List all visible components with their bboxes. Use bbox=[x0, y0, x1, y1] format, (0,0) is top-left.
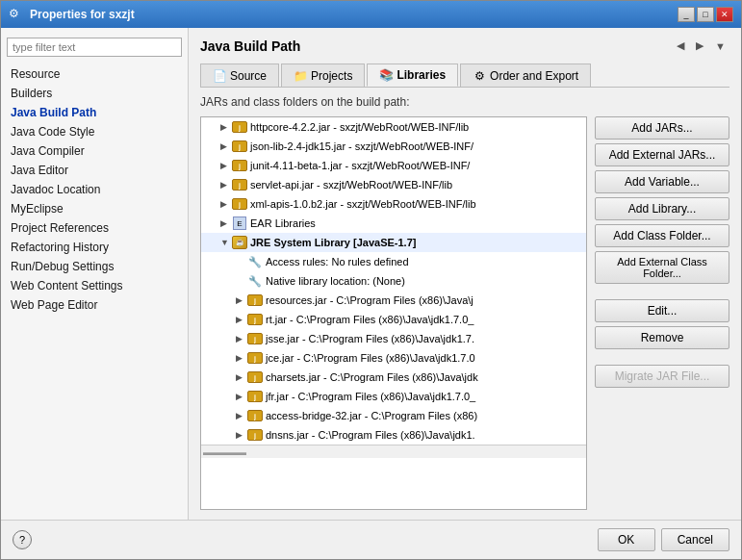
list-item[interactable]: ▶ j junit-4.11-beta-1.jar - sxzjt/WebRoo… bbox=[201, 156, 586, 175]
list-panel-area: ▶ j httpcore-4.2.2.jar - sxzjt/WebRoot/W… bbox=[200, 116, 729, 510]
menu-button[interactable]: ▼ bbox=[711, 38, 729, 54]
add-external-class-folder-button[interactable]: Add External Class Folder... bbox=[595, 251, 729, 284]
list-item[interactable]: ▶ j servlet-api.jar - sxzjt/WebRoot/WEB-… bbox=[201, 175, 586, 194]
list-item[interactable]: 🔧 Access rules: No rules defined bbox=[201, 252, 586, 271]
jar-icon: j bbox=[232, 177, 247, 192]
tab-order-export[interactable]: ⚙ Order and Export bbox=[460, 64, 591, 87]
list-item-jre[interactable]: ▼ ☕ JRE System Library [JavaSE-1.7] bbox=[201, 233, 586, 252]
sidebar-item-java-compiler[interactable]: Java Compiler bbox=[1, 141, 188, 161]
expand-arrow: ▶ bbox=[236, 334, 247, 344]
expand-arrow: ▶ bbox=[236, 295, 247, 305]
jar-icon: j bbox=[232, 196, 247, 212]
sidebar-item-builders[interactable]: Builders bbox=[1, 84, 188, 103]
sidebar-item-java-editor[interactable]: Java Editor bbox=[1, 161, 188, 180]
tabs-bar: 📄 Source 📁 Projects 📚 Libraries ⚙ Order … bbox=[200, 64, 729, 88]
tab-libraries[interactable]: 📚 Libraries bbox=[367, 64, 458, 87]
cancel-button[interactable]: Cancel bbox=[661, 528, 729, 551]
expand-arrow: ▶ bbox=[236, 353, 247, 363]
list-item[interactable]: ▶ j json-lib-2.4-jdk15.jar - sxzjt/WebRo… bbox=[201, 137, 586, 156]
item-label: Native library location: (None) bbox=[266, 275, 405, 287]
ok-button[interactable]: OK bbox=[598, 528, 655, 551]
item-label: charsets.jar - C:\Program Files (x86)\Ja… bbox=[266, 371, 478, 383]
maximize-button[interactable]: □ bbox=[697, 7, 714, 22]
libraries-tab-icon: 📚 bbox=[379, 68, 393, 82]
item-label: rt.jar - C:\Program Files (x86)\Java\jdk… bbox=[266, 314, 473, 325]
list-item[interactable]: ▶ j xml-apis-1.0.b2.jar - sxzjt/WebRoot/… bbox=[201, 194, 586, 214]
sidebar-item-web-page-editor[interactable]: Web Page Editor bbox=[1, 295, 188, 315]
title-bar: ⚙ Properties for sxzjt _ □ ✕ bbox=[1, 1, 741, 28]
sidebar-item-myeclipse[interactable]: MyEclipse bbox=[1, 199, 188, 218]
title-bar-left: ⚙ Properties for sxzjt bbox=[9, 7, 135, 22]
panel-title-row: Java Build Path ◀ ▶ ▼ bbox=[200, 38, 729, 54]
jar-icon: j bbox=[232, 119, 247, 135]
sidebar-item-web-content-settings[interactable]: Web Content Settings bbox=[1, 276, 188, 295]
jar-icon: j bbox=[247, 350, 263, 366]
add-jars-button[interactable]: Add JARs... bbox=[595, 116, 729, 140]
expand-arrow: ▶ bbox=[220, 218, 232, 228]
list-item[interactable]: ▶ E EAR Libraries bbox=[201, 214, 586, 233]
libraries-list[interactable]: ▶ j httpcore-4.2.2.jar - sxzjt/WebRoot/W… bbox=[200, 116, 587, 510]
help-button[interactable]: ? bbox=[13, 530, 32, 549]
add-library-button[interactable]: Add Library... bbox=[595, 197, 729, 220]
list-item[interactable]: ▶ j access-bridge-32.jar - C:\Program Fi… bbox=[201, 406, 586, 425]
list-item[interactable]: ▶ j dnsns.jar - C:\Program Files (x86)\J… bbox=[201, 425, 586, 445]
add-external-jars-button[interactable]: Add External JARs... bbox=[595, 143, 729, 166]
tab-source[interactable]: 📄 Source bbox=[200, 64, 279, 87]
title-bar-buttons: _ □ ✕ bbox=[678, 7, 733, 22]
list-item[interactable]: ▶ j jsse.jar - C:\Program Files (x86)\Ja… bbox=[201, 329, 586, 348]
expand-arrow: ▼ bbox=[220, 238, 232, 247]
expand-arrow: ▶ bbox=[220, 199, 232, 209]
item-label: json-lib-2.4-jdk15.jar - sxzjt/WebRoot/W… bbox=[250, 140, 473, 152]
forward-button[interactable]: ▶ bbox=[692, 38, 707, 54]
sidebar-item-java-code-style[interactable]: Java Code Style bbox=[1, 122, 188, 141]
list-item[interactable]: ▶ j jfr.jar - C:\Program Files (x86)\Jav… bbox=[201, 387, 586, 406]
item-label: dnsns.jar - C:\Program Files (x86)\Java\… bbox=[266, 429, 475, 441]
tab-projects-label: Projects bbox=[311, 69, 352, 83]
add-class-folder-button[interactable]: Add Class Folder... bbox=[595, 224, 729, 247]
sidebar-item-resource[interactable]: Resource bbox=[1, 64, 188, 84]
item-label: httpcore-4.2.2.jar - sxzjt/WebRoot/WEB-I… bbox=[250, 121, 469, 133]
item-label: jsse.jar - C:\Program Files (x86)\Java\j… bbox=[266, 333, 474, 344]
expand-arrow: ▶ bbox=[220, 161, 232, 170]
minimize-button[interactable]: _ bbox=[678, 7, 695, 22]
expand-arrow bbox=[236, 257, 247, 267]
item-label: JRE System Library [JavaSE-1.7] bbox=[250, 237, 416, 248]
list-item[interactable]: ▶ j rt.jar - C:\Program Files (x86)\Java… bbox=[201, 310, 586, 329]
projects-tab-icon: 📁 bbox=[294, 69, 307, 83]
scrollbar-track: ▬▬▬▬▬ bbox=[203, 447, 246, 457]
item-label: resources.jar - C:\Program Files (x86)\J… bbox=[266, 294, 473, 306]
bottom-bar: ? OK Cancel bbox=[1, 520, 741, 559]
ear-icon: E bbox=[232, 216, 247, 231]
migrate-jar-file-button[interactable]: Migrate JAR File... bbox=[595, 365, 729, 388]
list-item[interactable]: 🔧 Native library location: (None) bbox=[201, 271, 586, 291]
expand-arrow bbox=[236, 276, 247, 286]
close-button[interactable]: ✕ bbox=[716, 7, 733, 22]
item-label: jce.jar - C:\Program Files (x86)\Java\jd… bbox=[266, 352, 475, 364]
list-item[interactable]: ▶ j jce.jar - C:\Program Files (x86)\Jav… bbox=[201, 348, 586, 368]
back-button[interactable]: ◀ bbox=[673, 38, 688, 54]
bottom-buttons: OK Cancel bbox=[598, 528, 729, 551]
edit-button[interactable]: Edit... bbox=[595, 299, 729, 322]
sidebar-item-java-build-path[interactable]: Java Build Path bbox=[1, 103, 188, 122]
jre-icon: ☕ bbox=[232, 235, 247, 250]
remove-button[interactable]: Remove bbox=[595, 326, 729, 349]
horizontal-scrollbar[interactable]: ▬▬▬▬▬ bbox=[201, 445, 586, 458]
sidebar-item-refactoring-history[interactable]: Refactoring History bbox=[1, 238, 188, 257]
sidebar-item-run-debug-settings[interactable]: Run/Debug Settings bbox=[1, 257, 188, 276]
expand-arrow: ▶ bbox=[236, 430, 247, 440]
window-icon: ⚙ bbox=[9, 7, 24, 22]
jar-icon: j bbox=[232, 139, 247, 154]
jar-icon: j bbox=[247, 369, 263, 385]
tab-projects[interactable]: 📁 Projects bbox=[281, 64, 365, 87]
list-item[interactable]: ▶ j charsets.jar - C:\Program Files (x86… bbox=[201, 368, 586, 387]
sidebar-item-javadoc-location[interactable]: Javadoc Location bbox=[1, 180, 188, 199]
item-label: junit-4.11-beta-1.jar - sxzjt/WebRoot/WE… bbox=[250, 160, 470, 171]
main-window: ⚙ Properties for sxzjt _ □ ✕ Resource Bu… bbox=[0, 0, 742, 560]
list-item[interactable]: ▶ j httpcore-4.2.2.jar - sxzjt/WebRoot/W… bbox=[201, 117, 586, 137]
list-item[interactable]: ▶ j resources.jar - C:\Program Files (x8… bbox=[201, 291, 586, 310]
sidebar-item-project-references[interactable]: Project References bbox=[1, 218, 188, 238]
order-export-tab-icon: ⚙ bbox=[473, 69, 486, 83]
filter-input[interactable] bbox=[7, 38, 182, 57]
panel-title-text: Java Build Path bbox=[200, 38, 300, 54]
add-variable-button[interactable]: Add Variable... bbox=[595, 170, 729, 193]
